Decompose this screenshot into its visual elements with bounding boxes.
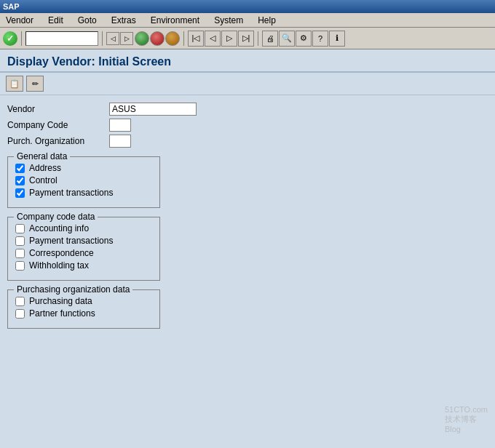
general-data-legend: General data — [14, 151, 70, 161]
partner-functions-checkbox[interactable] — [15, 309, 25, 319]
payment-transactions-cc-row: Payment transactions — [15, 236, 152, 246]
stop-btn[interactable] — [150, 31, 165, 46]
menu-system[interactable]: System — [211, 14, 246, 27]
menu-edit[interactable]: Edit — [45, 14, 66, 27]
accounting-info-checkbox[interactable] — [15, 224, 25, 233]
misc-btns: 🖨 🔍 ⚙ ? ℹ — [262, 31, 345, 47]
partner-functions-row: Partner functions — [15, 308, 152, 319]
menu-environment[interactable]: Environment — [148, 14, 202, 27]
company-code-row: Company Code — [7, 119, 488, 132]
refresh-btn[interactable] — [135, 31, 149, 46]
back-nav-btn[interactable]: ◁ — [106, 32, 119, 45]
watermark-line3: Blog — [445, 425, 488, 433]
correspondence-label[interactable]: Correspondence — [29, 248, 94, 258]
partner-functions-label[interactable]: Partner functions — [29, 308, 95, 319]
toolbar-separator-3 — [183, 31, 184, 46]
toolbar-separator-4 — [258, 31, 258, 46]
purch-org-label: Purch. Organization — [7, 136, 109, 146]
purchasing-data-label[interactable]: Purchasing data — [29, 296, 92, 306]
payment-transactions-cc-checkbox[interactable] — [15, 236, 25, 246]
status-icon: ✓ — [3, 31, 17, 46]
accounting-info-row: Accounting info — [15, 223, 152, 233]
purchasing-data-row: Purchasing data — [15, 296, 152, 306]
help-btn[interactable]: ? — [312, 31, 328, 47]
forward-nav-btn[interactable]: ▷ — [120, 32, 133, 45]
general-data-section: General data Address Control Payment tra… — [7, 156, 160, 208]
toolbar-separator-2 — [102, 31, 103, 46]
watermark: 51CTO.com 技术博客 Blog — [445, 405, 488, 433]
menu-vendor[interactable]: Vendor — [3, 14, 36, 27]
settings-btn[interactable]: ⚙ — [296, 31, 312, 47]
watermark-line2: 技术博客 — [445, 414, 488, 425]
cancel-btn[interactable] — [165, 31, 180, 46]
address-checkbox[interactable] — [15, 164, 25, 173]
page-title: Display Vendor: Initial Screen — [7, 55, 171, 68]
payment-transactions-cc-label[interactable]: Payment transactions — [29, 236, 113, 246]
menu-bar: Vendor Edit Goto Extras Environment Syst… — [0, 13, 495, 28]
payment-transactions-general-label[interactable]: Payment transactions — [29, 188, 113, 198]
title-bar: SAP — [0, 0, 495, 13]
first-page-btn[interactable]: |◁ — [188, 31, 204, 47]
purchasing-org-data-legend: Purchasing organization data — [14, 284, 132, 295]
sub-toolbar: 📋 ✏ — [0, 73, 495, 95]
command-input[interactable] — [25, 31, 98, 46]
control-checkbox[interactable] — [15, 176, 25, 185]
print-btn[interactable]: 🖨 — [262, 31, 278, 47]
page-header: Display Vendor: Initial Screen — [0, 49, 495, 73]
next-page-btn[interactable]: ▷ — [221, 31, 237, 47]
accounting-info-label[interactable]: Accounting info — [29, 223, 89, 233]
find-btn[interactable]: 🔍 — [279, 31, 295, 47]
company-code-label: Company Code — [7, 120, 109, 130]
main-content: Vendor Company Code Purch. Organization … — [0, 95, 495, 336]
purch-org-row: Purch. Organization — [7, 135, 488, 148]
menu-help[interactable]: Help — [255, 14, 279, 27]
purchasing-org-data-section: Purchasing organization data Purchasing … — [7, 289, 160, 329]
title-bar-text: SAP — [3, 2, 20, 11]
purchasing-data-checkbox[interactable] — [15, 297, 25, 306]
withholding-tax-label[interactable]: Withholding tax — [29, 260, 89, 271]
withholding-tax-row: Withholding tax — [15, 260, 152, 271]
info-btn[interactable]: ℹ — [329, 31, 345, 47]
nav-buttons: ◁ ▷ — [106, 32, 133, 45]
menu-goto[interactable]: Goto — [75, 14, 100, 27]
vendor-label: Vendor — [7, 104, 109, 114]
company-code-input[interactable] — [109, 119, 131, 132]
sub-btn-2[interactable]: ✏ — [26, 76, 44, 92]
address-label[interactable]: Address — [29, 163, 61, 173]
vendor-row: Vendor — [7, 103, 488, 116]
correspondence-checkbox[interactable] — [15, 249, 25, 258]
payment-transactions-general-checkbox[interactable] — [15, 188, 25, 198]
toolbar-separator-1 — [21, 31, 22, 46]
purch-org-input[interactable] — [109, 135, 131, 148]
company-code-data-legend: Company code data — [14, 212, 98, 222]
control-row: Control — [15, 175, 152, 185]
address-row: Address — [15, 163, 152, 173]
action-buttons — [135, 31, 180, 46]
withholding-tax-checkbox[interactable] — [15, 261, 25, 271]
page-btns: |◁ ◁ ▷ ▷| — [188, 31, 254, 47]
company-code-data-section: Company code data Accounting info Paymen… — [7, 217, 160, 281]
vendor-input[interactable] — [109, 103, 197, 116]
prev-page-btn[interactable]: ◁ — [205, 31, 221, 47]
sub-btn-1[interactable]: 📋 — [6, 76, 23, 92]
last-page-btn[interactable]: ▷| — [238, 31, 254, 47]
control-label[interactable]: Control — [29, 175, 58, 185]
menu-extras[interactable]: Extras — [108, 14, 139, 27]
payment-transactions-general-row: Payment transactions — [15, 188, 152, 198]
toolbar: ✓ ◁ ▷ |◁ ◁ ▷ ▷| 🖨 🔍 ⚙ ? ℹ — [0, 28, 495, 49]
correspondence-row: Correspondence — [15, 248, 152, 258]
watermark-line1: 51CTO.com — [445, 405, 488, 414]
